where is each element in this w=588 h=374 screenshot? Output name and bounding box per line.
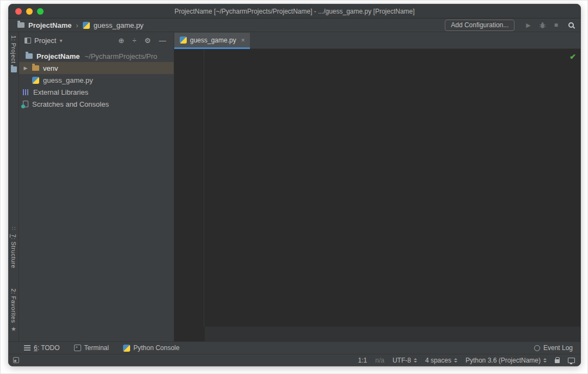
caret-position-widget[interactable]: 1:1 xyxy=(358,357,367,364)
minimize-window-button[interactable] xyxy=(26,8,33,15)
interpreter-label: Python 3.6 (ProjectName) xyxy=(465,357,541,364)
screen-icon[interactable] xyxy=(568,358,575,363)
todo-list-icon xyxy=(24,345,30,351)
run-toolbar: Add Configuration... ▶ ■ xyxy=(445,20,574,31)
event-log-toolbutton[interactable]: Event Log xyxy=(534,344,573,352)
panel-actions: ⊕ ÷ ⚙ — xyxy=(118,37,168,44)
encoding-widget[interactable]: UTF-8 xyxy=(393,357,417,364)
stop-icon[interactable]: ■ xyxy=(554,22,558,28)
encoding-label: UTF-8 xyxy=(393,357,411,364)
stripe-favorites-text: : Favorites xyxy=(10,292,17,323)
lock-icon[interactable] xyxy=(555,359,560,363)
scratches-icon xyxy=(23,101,28,107)
breadcrumb: ProjectName › guess_game.py xyxy=(17,21,144,29)
stripe-structure-num: 7 xyxy=(10,234,17,238)
debug-icon[interactable] xyxy=(539,22,546,29)
tool-stripe: 1: Project ∷ 7: Structure 2: Favorites ★ xyxy=(9,32,19,341)
navigation-bar: ProjectName › guess_game.py Add Configur… xyxy=(9,19,580,32)
readonly-status: n/a xyxy=(375,357,384,364)
python-console-icon xyxy=(123,345,130,352)
editor-gutter xyxy=(174,49,204,327)
project-tree: ProjectName ~/PycharmProjects/Pro ▶ venv… xyxy=(19,48,174,110)
updown-icon xyxy=(414,358,417,363)
folder-icon xyxy=(26,53,33,59)
editor-bottom-strip xyxy=(205,327,580,341)
structure-icon: ∷ xyxy=(12,225,15,231)
chevron-down-icon[interactable]: ▾ xyxy=(59,38,62,44)
tab-guess-game[interactable]: guess_game.py × xyxy=(174,33,250,49)
panel-title[interactable]: Project xyxy=(34,36,56,45)
pycharm-window: ProjectName [~/PycharmProjects/ProjectNa… xyxy=(8,4,581,366)
indent-widget[interactable]: 4 spaces xyxy=(425,357,457,364)
tree-venv-label: venv xyxy=(43,64,58,72)
zoom-window-button[interactable] xyxy=(37,8,44,15)
todo-text: : TODO xyxy=(38,344,60,352)
stripe-project-button[interactable]: 1: Project xyxy=(9,35,19,73)
traffic-lights xyxy=(15,8,44,15)
status-widgets: 1:1 n/a UTF-8 4 spaces Python 3.6 (Proje… xyxy=(358,357,575,364)
add-configuration-button[interactable]: Add Configuration... xyxy=(445,20,514,31)
tree-item-venv[interactable]: ▶ venv xyxy=(19,62,174,74)
breadcrumb-file[interactable]: guess_game.py xyxy=(94,21,144,29)
stripe-structure-button[interactable]: ∷ 7: Structure xyxy=(9,225,19,268)
terminal-icon xyxy=(74,345,81,351)
project-panel-header: Project ▾ ⊕ ÷ ⚙ — xyxy=(19,32,174,48)
toolwindow-toggle-icon[interactable] xyxy=(13,357,19,363)
event-log-label: Event Log xyxy=(543,344,573,352)
tree-scratches-label: Scratches and Consoles xyxy=(32,100,109,108)
event-log-icon xyxy=(534,345,540,351)
stripe-structure-text: : Structure xyxy=(10,238,17,268)
close-tab-icon[interactable]: × xyxy=(241,36,245,44)
inspections-ok-icon: ✔ xyxy=(569,52,576,61)
star-icon: ★ xyxy=(11,326,16,333)
tab-label: guess_game.py xyxy=(190,36,236,44)
status-bar: 1:1 n/a UTF-8 4 spaces Python 3.6 (Proje… xyxy=(9,354,580,366)
editor-tab-bar: guess_game.py × xyxy=(174,32,580,49)
window-title: ProjectName [~/PycharmProjects/ProjectNa… xyxy=(9,8,580,15)
python-file-icon xyxy=(83,22,90,29)
hide-panel-icon[interactable]: — xyxy=(159,37,166,44)
editor-area[interactable]: ✔ xyxy=(174,49,580,341)
titlebar[interactable]: ProjectName [~/PycharmProjects/ProjectNa… xyxy=(9,4,580,19)
interpreter-widget[interactable]: Python 3.6 (ProjectName) xyxy=(465,357,547,364)
project-tool-icon xyxy=(10,66,16,72)
libraries-icon xyxy=(23,89,29,95)
stripe-project-label: 1: Project xyxy=(10,35,17,63)
tree-item-scratches[interactable]: Scratches and Consoles xyxy=(19,98,174,110)
python-console-label: Python Console xyxy=(133,344,180,352)
collapse-all-icon[interactable]: ÷ xyxy=(132,37,136,44)
settings-gear-icon[interactable]: ⚙ xyxy=(144,37,151,44)
project-panel: Project ▾ ⊕ ÷ ⚙ — ProjectName ~/PycharmP… xyxy=(19,32,174,341)
terminal-toolbutton[interactable]: Terminal xyxy=(74,344,109,352)
tree-item-guess-game[interactable]: guess_game.py xyxy=(19,74,174,86)
expand-arrow-icon[interactable]: ▶ xyxy=(23,65,28,71)
terminal-label: Terminal xyxy=(84,344,109,352)
todo-toolbutton[interactable]: 6: TODO xyxy=(24,344,60,352)
updown-icon xyxy=(543,358,547,363)
python-console-toolbutton[interactable]: Python Console xyxy=(123,344,180,352)
tree-external-label: External Libraries xyxy=(33,88,88,96)
todo-num: 6 xyxy=(34,344,38,352)
tree-root-path: ~/PycharmProjects/Pro xyxy=(84,52,157,60)
updown-icon xyxy=(454,358,457,363)
search-icon[interactable] xyxy=(568,22,574,28)
close-window-button[interactable] xyxy=(15,8,22,15)
stripe-favorites-button[interactable]: 2: Favorites ★ xyxy=(9,289,19,333)
breadcrumb-project[interactable]: ProjectName xyxy=(28,21,71,29)
python-file-icon xyxy=(180,36,187,44)
locate-file-icon[interactable]: ⊕ xyxy=(118,37,124,44)
stripe-project-num: 1 xyxy=(10,35,17,39)
editor-region: guess_game.py × ✔ xyxy=(174,32,580,341)
bottom-toolbar: 6: TODO Terminal Python Console Event Lo… xyxy=(9,341,580,354)
run-icon[interactable]: ▶ xyxy=(526,22,530,28)
chevron-right-icon: › xyxy=(76,21,78,29)
indent-label: 4 spaces xyxy=(425,357,451,364)
todo-label: 6: TODO xyxy=(34,344,60,352)
main-area: 1: Project ∷ 7: Structure 2: Favorites ★… xyxy=(9,32,580,341)
python-file-icon xyxy=(32,77,39,84)
stripe-favorites-label: 2: Favorites xyxy=(10,289,17,323)
project-view-icon xyxy=(24,38,31,44)
tree-item-project-root[interactable]: ProjectName ~/PycharmProjects/Pro xyxy=(19,50,174,62)
tree-root-label: ProjectName xyxy=(36,52,79,60)
tree-item-external-libraries[interactable]: External Libraries xyxy=(19,86,174,98)
